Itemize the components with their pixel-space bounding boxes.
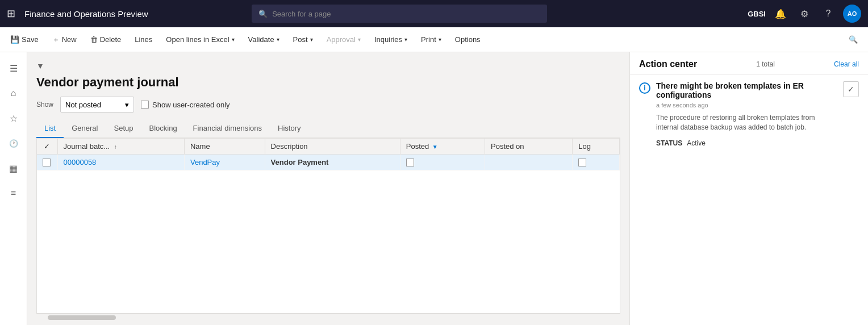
save-button[interactable]: 💾 Save <box>5 31 44 49</box>
action-center-title: Action center <box>639 59 697 69</box>
inquiries-dropdown-icon: ▾ <box>404 36 407 43</box>
delete-icon: 🗑 <box>90 35 98 44</box>
show-label: Show <box>36 101 53 109</box>
lines-button[interactable]: Lines <box>129 31 158 49</box>
row-log <box>573 155 620 170</box>
nav-hamburger-icon[interactable]: ☰ <box>2 57 25 80</box>
tab-general[interactable]: General <box>64 119 106 138</box>
left-nav: ☰ ⌂ ☆ 🕐 ▦ ≡ <box>0 52 27 325</box>
row-posted-on <box>485 155 573 170</box>
post-dropdown-icon: ▾ <box>310 36 313 43</box>
col-journal-batch[interactable]: Journal batc... ↑ <box>57 139 184 155</box>
help-button[interactable]: ? <box>819 5 837 23</box>
row-name: VendPay <box>184 155 265 170</box>
nav-recent-icon[interactable]: 🕐 <box>2 132 25 155</box>
action-center-body: i There might be broken templates in ER … <box>630 74 868 325</box>
action-center-header: Action center 1 total Clear all <box>630 52 868 74</box>
col-posted[interactable]: Posted ▼ <box>400 139 485 155</box>
scroll-thumb[interactable] <box>48 315 116 320</box>
filter-bar: ▼ <box>36 61 620 70</box>
open-lines-excel-dropdown-icon: ▾ <box>232 36 235 43</box>
row-check-cell <box>37 155 57 170</box>
save-icon: 💾 <box>10 35 19 44</box>
posted-checkbox[interactable] <box>406 159 414 166</box>
table-container: ✓ Journal batc... ↑ Name Description Pos… <box>36 138 620 314</box>
search-bar[interactable]: 🔍 <box>252 5 547 23</box>
info-icon: i <box>639 82 650 94</box>
tab-setup[interactable]: Setup <box>106 119 141 138</box>
grid-icon[interactable]: ⊞ <box>7 7 15 20</box>
nav-workspaces-icon[interactable]: ▦ <box>2 157 25 180</box>
tab-list[interactable]: List <box>36 119 64 138</box>
col-posted-on[interactable]: Posted on <box>485 139 573 155</box>
tab-history[interactable]: History <box>270 119 308 138</box>
avatar[interactable]: AO <box>843 5 861 23</box>
notification-status-row: STATUS Active <box>656 139 837 147</box>
show-select-value: Not posted <box>65 101 122 109</box>
sort-asc-icon: ↑ <box>114 144 117 150</box>
row-journal-batch: 00000058 <box>57 155 184 170</box>
show-user-created-checkbox[interactable] <box>141 101 149 109</box>
main-layout: ☰ ⌂ ☆ 🕐 ▦ ≡ ▼ Vendor payment journal Sho… <box>0 52 868 325</box>
validate-dropdown-icon: ▾ <box>277 36 279 43</box>
journal-name-link[interactable]: VendPay <box>190 158 220 166</box>
posted-filter-icon: ▼ <box>432 144 438 150</box>
notification-collapse-button[interactable]: ✓ <box>843 81 859 97</box>
inquiries-button[interactable]: Inquiries ▾ <box>369 31 413 49</box>
page-content: ▼ Vendor payment journal Show Not posted… <box>27 52 629 325</box>
approval-dropdown-icon: ▾ <box>358 36 361 43</box>
open-lines-excel-button[interactable]: Open lines in Excel ▾ <box>160 31 240 49</box>
tab-financial-dimensions[interactable]: Financial dimensions <box>185 119 270 138</box>
post-button[interactable]: Post ▾ <box>287 31 319 49</box>
notification-bell-button[interactable]: 🔔 <box>771 5 790 23</box>
validate-button[interactable]: Validate ▾ <box>243 31 285 49</box>
filter-icon[interactable]: ▼ <box>36 61 44 70</box>
clear-all-button[interactable]: Clear all <box>834 60 859 68</box>
content-area: ▼ Vendor payment journal Show Not posted… <box>27 52 629 325</box>
settings-button[interactable]: ⚙ <box>795 5 813 23</box>
row-description: Vendor Payment <box>265 155 400 170</box>
log-checkbox[interactable] <box>578 159 586 166</box>
tabs: List General Setup Blocking Financial di… <box>36 119 620 138</box>
table-header-row: ✓ Journal batc... ↑ Name Description Pos… <box>37 139 620 155</box>
search-icon: 🔍 <box>258 10 268 18</box>
show-select-dropdown[interactable]: Not posted ▾ <box>60 97 134 113</box>
notification-title: There might be broken templates in ER co… <box>656 81 837 99</box>
search-input[interactable] <box>272 10 540 18</box>
status-value: Active <box>687 139 706 147</box>
add-icon: ＋ <box>52 35 60 45</box>
col-log[interactable]: Log <box>573 139 620 155</box>
col-name[interactable]: Name <box>184 139 265 155</box>
table-row[interactable]: 00000058 VendPay Vendor Payment <box>37 155 620 170</box>
action-center-panel: Action center 1 total Clear all i There … <box>629 52 868 325</box>
journal-table: ✓ Journal batc... ↑ Name Description Pos… <box>37 139 620 170</box>
command-bar: 💾 Save ＋ New 🗑 Delete Lines Open lines i… <box>0 27 868 52</box>
show-select-chevron-icon: ▾ <box>125 101 129 109</box>
tab-blocking[interactable]: Blocking <box>141 119 185 138</box>
new-button[interactable]: ＋ New <box>47 31 82 49</box>
horizontal-scrollbar[interactable] <box>36 314 620 320</box>
row-checkbox[interactable] <box>43 159 51 166</box>
nav-home-icon[interactable]: ⌂ <box>2 82 25 105</box>
notification-content: There might be broken templates in ER co… <box>656 81 837 147</box>
action-center-title-group: Action center <box>639 59 697 69</box>
col-description[interactable]: Description <box>265 139 400 155</box>
show-user-created-row: Show user-created only <box>141 101 230 109</box>
search-cmd-button[interactable]: 🔍 <box>843 31 863 49</box>
notification-timestamp: a few seconds ago <box>656 102 837 109</box>
approval-button[interactable]: Approval ▾ <box>321 31 366 49</box>
print-button[interactable]: Print ▾ <box>415 31 447 49</box>
nav-list-icon[interactable]: ≡ <box>2 182 25 205</box>
app-title: Finance and Operations Preview <box>24 9 148 19</box>
status-label: STATUS <box>656 139 682 147</box>
topbar-right: GBSI 🔔 ⚙ ? AO <box>748 5 861 23</box>
nav-favorites-icon[interactable]: ☆ <box>2 107 25 130</box>
options-button[interactable]: Options <box>449 31 486 49</box>
check-all-icon[interactable]: ✓ <box>44 142 50 151</box>
show-row: Show Not posted ▾ Show user-created only <box>36 97 620 113</box>
delete-button[interactable]: 🗑 Delete <box>85 31 127 49</box>
show-user-created-label: Show user-created only <box>152 101 230 109</box>
journal-batch-link[interactable]: 00000058 <box>64 158 97 166</box>
topbar: ⊞ Finance and Operations Preview 🔍 GBSI … <box>0 0 868 27</box>
notification-card: i There might be broken templates in ER … <box>639 81 859 147</box>
